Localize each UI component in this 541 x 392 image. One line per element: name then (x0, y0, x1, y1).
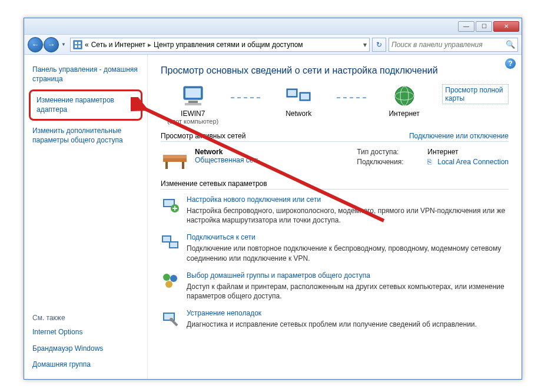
bench-icon (161, 148, 189, 171)
address-dropdown-icon[interactable]: ▾ (363, 41, 367, 49)
sidebar-see-also: См. также Internet Options Брандмауэр Wi… (24, 311, 147, 373)
titlebar: — ☐ ✕ (24, 18, 522, 35)
svg-rect-21 (164, 200, 174, 206)
search-input[interactable] (391, 41, 506, 49)
svg-rect-19 (182, 162, 184, 169)
svg-point-32 (170, 318, 173, 321)
svg-point-29 (165, 281, 172, 288)
task-desc: Диагностика и исправление сетевых пробле… (187, 320, 477, 329)
svg-rect-8 (185, 103, 201, 105)
globe-icon (391, 84, 417, 108)
sidebar-link-homegroup[interactable]: Домашняя группа (24, 357, 147, 373)
sidebar: Панель управления - домашняя страница Из… (24, 55, 148, 379)
main-panel: ? Просмотр основных сведений о сети и на… (148, 55, 522, 379)
svg-rect-26 (170, 242, 177, 247)
change-settings-header: Изменение сетевых параметров (161, 180, 509, 190)
new-connection-icon (161, 195, 180, 214)
task-troubleshoot: Устранение неполадок Диагностика и испра… (161, 309, 509, 329)
svg-point-28 (170, 275, 177, 282)
network-details: Тип доступа: Интернет Подключения: ⎘ Loc… (357, 148, 509, 171)
change-settings-label: Изменение сетевых параметров (161, 180, 267, 188)
map-connector (337, 97, 366, 98)
svg-point-27 (163, 274, 170, 281)
access-type-value: Интернет (427, 148, 458, 156)
active-network-row: Network Общественная сеть Тип доступа: И… (161, 148, 509, 171)
svg-rect-16 (163, 158, 187, 162)
address-bar[interactable]: « Сеть и Интернет ▸ Центр управления сет… (70, 38, 370, 52)
network-info: Network Общественная сеть (195, 148, 260, 171)
minimize-button[interactable]: — (458, 21, 474, 32)
computer-icon (180, 84, 206, 108)
breadcrumb-separator-icon: ▸ (148, 41, 151, 49)
help-icon[interactable]: ? (505, 58, 516, 69)
active-networks-header: Просмотр активных сетей Подключение или … (161, 132, 509, 142)
task-homegroup: Выбор домашней группы и параметров общег… (161, 271, 509, 301)
back-button[interactable]: ← (28, 37, 43, 52)
svg-rect-4 (78, 45, 81, 48)
svg-rect-18 (165, 162, 168, 169)
network-type-link[interactable]: Общественная сеть (195, 156, 260, 164)
history-dropdown-icon[interactable]: ▼ (59, 39, 68, 50)
search-box[interactable]: 🔍 (389, 38, 518, 52)
breadcrumb-part[interactable]: Сеть и Интернет (91, 41, 145, 49)
task-title-link[interactable]: Устранение неполадок (187, 309, 477, 317)
connect-disconnect-link[interactable]: Подключение или отключение (409, 132, 509, 140)
svg-rect-2 (78, 42, 81, 44)
sidebar-home-link[interactable]: Панель управления - домашняя страница (24, 62, 147, 87)
sidebar-item-adapter-settings[interactable]: Изменение параметров адаптера (29, 89, 142, 121)
page-title: Просмотр основных сведений о сети и наст… (161, 65, 509, 76)
maximize-button[interactable]: ☐ (476, 21, 492, 32)
forward-button[interactable]: → (44, 37, 59, 52)
svg-rect-3 (75, 45, 77, 48)
control-panel-window: — ☐ ✕ ← → ▼ « Сеть и Интернет ▸ Центр уп… (24, 18, 522, 380)
svg-rect-25 (163, 237, 170, 241)
access-type-label: Тип доступа: (357, 148, 421, 156)
task-title-link[interactable]: Подключиться к сети (187, 233, 509, 241)
task-title-link[interactable]: Настройка нового подключения или сети (187, 195, 509, 204)
navbar: ← → ▼ « Сеть и Интернет ▸ Центр управлен… (24, 35, 522, 55)
connection-link[interactable]: Local Area Connection (437, 158, 509, 166)
svg-rect-7 (188, 101, 198, 103)
network-devices-icon (286, 84, 311, 108)
homegroup-icon (161, 271, 180, 290)
connections-label: Подключения: (357, 158, 421, 166)
ethernet-icon: ⎘ (427, 158, 432, 166)
map-network: Network (266, 84, 330, 118)
svg-rect-10 (288, 90, 296, 96)
svg-point-13 (395, 87, 414, 105)
svg-rect-6 (185, 88, 201, 98)
close-button[interactable]: ✕ (493, 21, 519, 32)
task-desc: Доступ к файлам и принтерам, расположенн… (187, 282, 509, 301)
sidebar-link-firewall[interactable]: Брандмауэр Windows (24, 341, 147, 357)
sidebar-item-advanced-sharing[interactable]: Изменить дополнительные параметры общего… (24, 123, 147, 148)
control-panel-icon (73, 40, 82, 49)
network-name: Network (195, 148, 260, 156)
see-also-heading: См. также (24, 311, 147, 324)
svg-rect-17 (163, 155, 187, 158)
task-desc: Подключение или повторное подключение к … (187, 244, 509, 263)
breadcrumb-prefix: « (85, 41, 89, 49)
view-full-map-link[interactable]: Просмотр полной карты (442, 84, 509, 104)
connect-network-icon (161, 233, 180, 252)
content-area: Панель управления - домашняя страница Из… (24, 55, 522, 379)
nav-arrows: ← → ▼ (28, 37, 68, 52)
map-network-label: Network (266, 109, 330, 118)
map-internet-label: Интернет (372, 109, 436, 118)
search-icon: 🔍 (506, 40, 515, 49)
task-new-connection: Настройка нового подключения или сети На… (161, 195, 509, 225)
task-desc: Настройка беспроводного, широкополосного… (187, 206, 509, 225)
map-pc-label: IEWIN7 (161, 109, 225, 118)
task-title-link[interactable]: Выбор домашней группы и параметров общег… (187, 271, 509, 280)
map-this-pc: IEWIN7 (этот компьютер) (161, 84, 225, 125)
svg-rect-1 (75, 42, 77, 44)
task-connect: Подключиться к сети Подключение или повт… (161, 233, 509, 263)
map-internet: Интернет (372, 84, 436, 118)
refresh-button[interactable]: ↻ (372, 38, 386, 52)
map-connector (231, 97, 260, 98)
active-networks-label: Просмотр активных сетей (161, 132, 245, 140)
sidebar-link-internet-options[interactable]: Internet Options (24, 324, 147, 341)
network-map: IEWIN7 (этот компьютер) Network Интернет… (161, 84, 509, 125)
breadcrumb-part[interactable]: Центр управления сетями и общим доступом (154, 41, 303, 49)
map-pc-sublabel: (этот компьютер) (161, 118, 225, 125)
troubleshoot-icon (161, 309, 180, 328)
